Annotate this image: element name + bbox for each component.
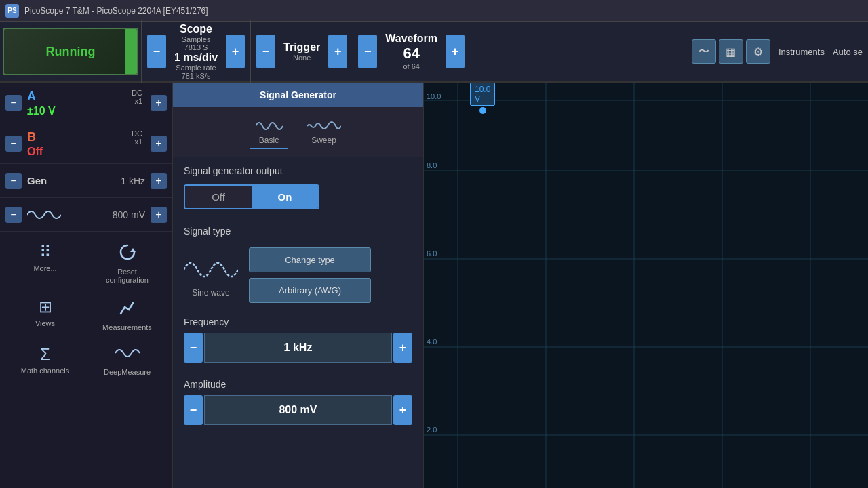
amplitude-section: Amplitude − 800 mV +: [173, 371, 423, 433]
gen-block: − Gen 1 kHz +: [0, 164, 172, 198]
reset-icon: [118, 243, 137, 265]
amplitude-plus-button[interactable]: +: [393, 395, 412, 425]
channel-b-multiplier: x1: [134, 138, 142, 146]
gen-freq: 1 kHz: [121, 176, 145, 186]
app-title: PicoScope 7 T&M - PicoScope 2204A [EY451…: [24, 6, 208, 16]
waveform-total: of 64: [385, 62, 437, 70]
more-label: More...: [33, 264, 56, 272]
gen-minus-amp[interactable]: −: [5, 207, 22, 223]
tab-basic-label: Basic: [259, 136, 279, 145]
frequency-section: Frequency − 1 kHz +: [173, 308, 423, 371]
channel-b-coupling: DC: [132, 129, 142, 138]
channel-b-info: B DC x1 Off: [22, 129, 151, 158]
waveform-plus-button[interactable]: +: [446, 35, 465, 68]
sine-wave-preview-icon: [184, 253, 238, 287]
channel-b-plus[interactable]: +: [151, 136, 167, 152]
arbitrary-awg-button[interactable]: Arbitrary (AWG): [249, 278, 371, 303]
volt-label-2: 2.0: [427, 426, 437, 434]
sine-wave-label: Sine wave: [192, 288, 229, 298]
basic-wave-icon: [256, 118, 283, 134]
trigger-section: − Trigger None +: [251, 32, 353, 71]
bottom-icon-grid: ⠿ More... Reset configuration ⊞ Views Me…: [0, 232, 172, 387]
channel-b-minus[interactable]: −: [5, 136, 22, 152]
views-label: Views: [35, 319, 55, 327]
gen-wave-block: − 800 mV +: [0, 198, 172, 232]
frequency-control: − 1 kHz +: [184, 333, 412, 363]
deepmeasure-label: DeepMeasure: [104, 368, 151, 376]
output-off-option[interactable]: Off: [185, 186, 252, 208]
frequency-minus-button[interactable]: −: [184, 333, 203, 363]
gen-plus-freq[interactable]: +: [151, 173, 167, 189]
channel-b-label: B: [27, 130, 36, 144]
output-on-option[interactable]: On: [252, 186, 318, 208]
math-channels-label: Math channels: [21, 367, 70, 375]
volt-label-4: 4.0: [427, 338, 437, 346]
tab-sweep[interactable]: Sweep: [302, 115, 347, 149]
gen-label: Gen: [27, 175, 47, 186]
amplitude-minus-button[interactable]: −: [184, 395, 203, 425]
cursor-indicator: 10.0V: [470, 83, 495, 114]
math-channels-button[interactable]: Σ Math channels: [5, 340, 85, 382]
amplitude-control: − 800 mV +: [184, 395, 412, 425]
deepmeasure-button[interactable]: DeepMeasure: [87, 340, 167, 382]
autose-label: Auto se: [833, 47, 863, 57]
amplitude-label: Amplitude: [184, 379, 412, 390]
trigger-plus-button[interactable]: +: [328, 35, 347, 68]
change-type-button[interactable]: Change type: [249, 247, 371, 272]
sweep-wave-icon: [307, 118, 341, 134]
channel-a-info: A DC x1 ±10 V: [22, 89, 151, 117]
channel-a-value: ±10 V: [27, 105, 145, 117]
channel-b-block: − B DC x1 Off +: [0, 123, 172, 164]
main-toolbar: Running − Scope Samples 7813 S 1 ms/div …: [0, 22, 868, 83]
gen-minus-freq[interactable]: −: [5, 173, 22, 189]
scope-plus-button[interactable]: +: [226, 35, 245, 68]
waveform-minus-button[interactable]: −: [358, 35, 377, 68]
reset-config-button[interactable]: Reset configuration: [87, 237, 167, 289]
sample-rate-value: 781 kS/s: [174, 72, 218, 80]
waveform-section: − Waveform 64 of 64 +: [353, 30, 470, 73]
channel-a-coupling-info: DC x1: [132, 89, 142, 105]
scope-minus-button[interactable]: −: [147, 35, 166, 68]
amplitude-value: 800 mV: [204, 395, 392, 425]
gen-wave-info: 800 mV: [22, 207, 151, 223]
tab-sweep-label: Sweep: [311, 136, 336, 145]
volt-label-6: 6.0: [427, 249, 437, 258]
oscilloscope-area: 10.0 8.0 6.0 4.0 2.0 10.0V: [424, 83, 868, 488]
channel-a-label: A: [27, 89, 36, 104]
views-icon: ⊞: [39, 298, 52, 317]
titlebar: PS PicoScope 7 T&M - PicoScope 2204A [EY…: [0, 0, 868, 22]
gen-plus-amp[interactable]: +: [151, 207, 167, 223]
views-button[interactable]: ⊞ Views: [5, 292, 85, 337]
left-sidebar: − A DC x1 ±10 V + − B DC x1 Off: [0, 83, 173, 488]
channel-a-plus[interactable]: +: [151, 95, 167, 111]
scope-section: − Scope Samples 7813 S 1 ms/div Sample r…: [141, 20, 251, 83]
gen-amplitude: 800 mV: [113, 209, 145, 220]
running-button[interactable]: Running: [3, 28, 138, 75]
measurements-label: Measurements: [102, 323, 152, 331]
signal-type-area: Sine wave Change type Arbitrary (AWG): [173, 242, 423, 308]
sigma-icon: Σ: [40, 345, 50, 364]
trigger-minus-button[interactable]: −: [256, 35, 275, 68]
waveform-label: Waveform: [385, 33, 437, 45]
deepmeasure-icon: [115, 345, 140, 365]
samples-label: Samples: [174, 35, 218, 43]
chart-icon-btn[interactable]: ▦: [719, 39, 743, 64]
volt-label-10: 10.0: [427, 92, 441, 100]
cursor-value-label: 10.0V: [470, 83, 495, 106]
waveform-icon-btn[interactable]: 〜: [692, 39, 716, 64]
siggen-header: Signal Generator: [173, 83, 423, 107]
tab-basic[interactable]: Basic: [250, 115, 288, 149]
waveform-current: 64: [385, 45, 437, 62]
more-button[interactable]: ⠿ More...: [5, 237, 85, 289]
svg-marker-0: [130, 248, 136, 252]
signal-type-preview: Sine wave: [184, 253, 238, 298]
frequency-label: Frequency: [184, 317, 412, 327]
channel-a-minus[interactable]: −: [5, 95, 22, 111]
frequency-plus-button[interactable]: +: [393, 333, 412, 363]
scope-info: Scope Samples 7813 S 1 ms/div Sample rat…: [169, 23, 223, 80]
tools-icon-btn[interactable]: ⚙: [746, 39, 770, 64]
measurements-button[interactable]: Measurements: [87, 292, 167, 337]
instruments-area: 〜 ▦ ⚙ Instruments Auto se: [686, 39, 868, 64]
output-section-label: Signal generator output: [173, 157, 423, 182]
trigger-value: None: [283, 54, 320, 62]
